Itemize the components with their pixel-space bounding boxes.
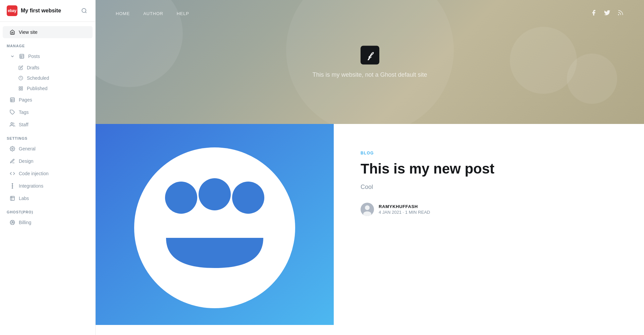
- avatar: [361, 203, 374, 216]
- pages-label: Pages: [19, 97, 32, 103]
- svg-point-17: [12, 148, 13, 149]
- gear-icon: [9, 146, 15, 152]
- brand-logo: ebay: [7, 5, 17, 16]
- site-hero: HOME AUTHOR HELP: [96, 0, 644, 124]
- design-label: Design: [19, 158, 34, 164]
- site-nav: HOME AUTHOR HELP: [96, 0, 644, 27]
- tag-icon: [9, 109, 15, 115]
- post-title: This is my new post: [361, 161, 624, 177]
- view-site-label: View site: [19, 29, 38, 35]
- svg-point-16: [11, 123, 12, 124]
- svg-line-1: [85, 12, 86, 13]
- staff-label: Staff: [19, 122, 29, 127]
- svg-point-19: [12, 183, 13, 184]
- post-info: BLOG This is my new post Cool RAMYKHUFFA…: [334, 124, 644, 325]
- author-info: RAMYKHUFFASH 4 JAN 2021 · 1 MIN READ: [379, 204, 430, 215]
- sidebar-item-pages[interactable]: Pages: [3, 94, 93, 106]
- sidebar-item-general[interactable]: General: [3, 143, 93, 155]
- ghost-pro-section-label: GHOST(PRO): [0, 205, 95, 216]
- svg-point-31: [365, 205, 370, 210]
- sidebar-item-posts[interactable]: Posts: [3, 50, 93, 62]
- post-category: BLOG: [361, 151, 624, 155]
- twitter-icon[interactable]: [604, 9, 610, 18]
- home-icon: [9, 29, 15, 35]
- post-date: 4 JAN 2021: [379, 210, 401, 215]
- hero-center: 𝒻 This is my website, not a Ghost defaul…: [312, 46, 427, 78]
- clock-icon: [18, 75, 23, 81]
- author-row: RAMYKHUFFASH 4 JAN 2021 · 1 MIN READ: [361, 203, 624, 216]
- svg-point-20: [12, 188, 13, 189]
- posts-area: BLOG This is my new post Cool RAMYKHUFFA…: [96, 124, 644, 325]
- hero-subtitle: This is my website, not a Ghost default …: [312, 71, 427, 78]
- svg-rect-10: [19, 89, 20, 90]
- sidebar-item-view-site[interactable]: View site: [3, 26, 93, 38]
- post-image: [96, 124, 334, 325]
- svg-point-18: [12, 186, 13, 187]
- sidebar-item-integrations[interactable]: Integrations: [3, 180, 93, 192]
- grid-icon: [18, 86, 23, 91]
- nav-link-author[interactable]: AUTHOR: [143, 11, 163, 16]
- svg-point-0: [82, 8, 86, 12]
- posts-icon: [19, 53, 25, 59]
- labs-icon: [9, 195, 15, 201]
- author-name: RAMYKHUFFASH: [379, 204, 430, 209]
- integrations-icon: [9, 183, 15, 189]
- pages-icon: [9, 97, 15, 103]
- ghost-g-letter: 𝒻: [369, 50, 371, 60]
- svg-rect-7: [19, 87, 20, 88]
- posts-label: Posts: [28, 54, 40, 59]
- code-injection-label: Code injection: [19, 171, 49, 176]
- sidebar-item-billing[interactable]: Billing: [3, 216, 93, 228]
- svg-point-26: [134, 147, 295, 308]
- site-name: My first website: [21, 8, 61, 14]
- sidebar-item-design[interactable]: Design: [3, 155, 93, 167]
- sidebar-item-code-injection[interactable]: Code injection: [3, 168, 93, 180]
- svg-rect-9: [21, 89, 22, 90]
- manage-section-label: MANAGE: [0, 39, 95, 50]
- chevron-down-icon: [9, 53, 15, 59]
- svg-point-27: [165, 182, 197, 214]
- social-icons: [590, 9, 624, 18]
- sidebar-item-labs[interactable]: Labs: [3, 192, 93, 204]
- post-meta: 4 JAN 2021 · 1 MIN READ: [379, 210, 430, 215]
- post-excerpt: Cool: [361, 184, 624, 191]
- general-label: General: [19, 146, 36, 151]
- rss-icon[interactable]: [617, 9, 624, 18]
- nav-link-help[interactable]: HELP: [177, 11, 189, 16]
- svg-point-29: [232, 182, 264, 214]
- post-read-time: 1 MIN READ: [405, 210, 430, 215]
- billing-label: Billing: [19, 220, 31, 225]
- sidebar-item-scheduled[interactable]: Scheduled: [3, 73, 93, 83]
- ghost-logo: 𝒻: [361, 46, 379, 65]
- search-icon: [81, 8, 87, 14]
- labs-label: Labs: [19, 196, 29, 201]
- drafts-label: Drafts: [27, 65, 39, 70]
- site-nav-links: HOME AUTHOR HELP: [116, 11, 189, 16]
- sidebar-item-published[interactable]: Published: [3, 83, 93, 93]
- sidebar-header: ebay My first website: [0, 0, 95, 22]
- scheduled-label: Scheduled: [27, 75, 49, 81]
- integrations-label: Integrations: [19, 183, 43, 189]
- sidebar-item-drafts[interactable]: Drafts: [3, 63, 93, 73]
- sidebar-item-tags[interactable]: Tags: [3, 106, 93, 118]
- svg-rect-11: [10, 98, 14, 102]
- nav-link-home[interactable]: HOME: [116, 11, 130, 16]
- settings-section-label: SETTINGS: [0, 131, 95, 142]
- published-label: Published: [27, 86, 48, 91]
- users-icon: [9, 122, 15, 128]
- main-content: HOME AUTHOR HELP: [96, 0, 644, 335]
- tags-label: Tags: [19, 110, 29, 115]
- facebook-icon[interactable]: [590, 9, 597, 18]
- post-meta-separator: ·: [403, 210, 405, 215]
- svg-point-28: [199, 178, 231, 210]
- design-icon: [9, 158, 15, 164]
- pencil-icon: [18, 65, 23, 70]
- sidebar-item-staff[interactable]: Staff: [3, 119, 93, 131]
- posts-sub-items: Drafts Scheduled Published: [0, 63, 95, 93]
- sidebar: ebay My first website View site MANAGE: [0, 0, 96, 335]
- svg-rect-8: [21, 87, 22, 88]
- code-icon: [9, 171, 15, 177]
- billing-icon: [9, 219, 15, 225]
- search-button[interactable]: [80, 6, 89, 15]
- sidebar-brand[interactable]: ebay My first website: [7, 5, 61, 16]
